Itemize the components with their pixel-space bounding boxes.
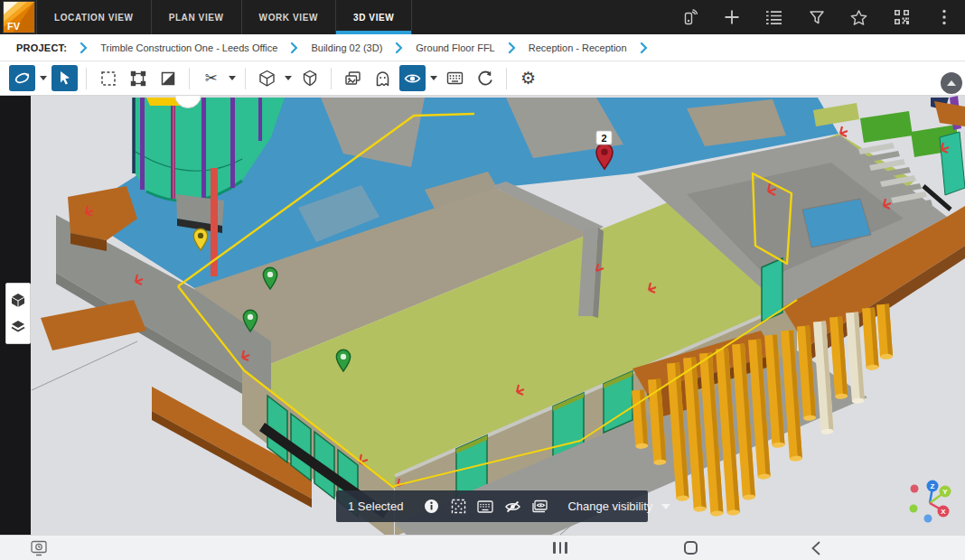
settings-gear-icon[interactable]: ⚙: [515, 65, 541, 91]
fv-logo-icon: FV: [0, 0, 36, 34]
tab-label: 3D VIEW: [353, 13, 394, 23]
axis-gizmo[interactable]: Z Y X: [910, 481, 951, 523]
orbit-dropdown-caret[interactable]: [37, 65, 50, 91]
view-tools-flyout: [5, 283, 31, 344]
app-logo[interactable]: FV: [0, 0, 36, 34]
refresh-icon[interactable]: [472, 65, 498, 91]
polygon-select-icon[interactable]: [125, 65, 151, 91]
building-model: 2 Z Y X: [32, 96, 965, 535]
svg-text:Z: Z: [931, 482, 935, 490]
system-nav-bar: [0, 535, 965, 560]
ghost-icon[interactable]: [370, 65, 396, 91]
model-scene[interactable]: 2 Z Y X: [0, 96, 965, 535]
scissors-icon[interactable]: ✂: [198, 65, 224, 91]
back-icon[interactable]: [811, 541, 820, 559]
cube-icon[interactable]: [254, 65, 280, 91]
axis-dot-negative-x: [911, 485, 919, 493]
change-visibility-label: Change visibility: [567, 499, 652, 513]
info-icon[interactable]: [417, 493, 445, 520]
chevron-down-icon: [661, 504, 670, 509]
toolbar-divider: [86, 68, 87, 89]
home-icon[interactable]: [684, 541, 698, 555]
collapse-toolbar-icon[interactable]: [941, 72, 962, 94]
chevron-right-icon: [640, 42, 648, 53]
cube-dropdown-caret[interactable]: [282, 65, 295, 91]
keypad-icon[interactable]: [442, 65, 468, 91]
qr-code-icon[interactable]: [893, 9, 910, 26]
hide-icon[interactable]: [499, 493, 526, 520]
favorite-icon[interactable]: [850, 9, 867, 26]
svg-text:Y: Y: [942, 488, 948, 496]
viewer-toolbar: ✂: [0, 61, 965, 96]
chevron-right-icon: [395, 42, 403, 53]
breadcrumb-item-project[interactable]: Trimble Construction One - Leeds Office: [100, 42, 277, 53]
scanner-icon[interactable]: [680, 9, 698, 26]
selection-toolbar: 1 Selected: [336, 490, 648, 522]
viewport-3d[interactable]: 2 Z Y X: [0, 96, 965, 535]
breadcrumb-item-building[interactable]: Building 02 (3D): [311, 42, 382, 53]
svg-text:2: 2: [601, 133, 606, 144]
toolbar-divider: [189, 68, 190, 89]
svg-text:FV: FV: [7, 21, 21, 32]
breadcrumb: PROJECT: Trimble Construction One - Leed…: [0, 34, 965, 61]
chevron-right-icon: [80, 42, 88, 53]
axis-dot-negative-y: [910, 505, 918, 513]
marquee-select-icon[interactable]: [95, 65, 121, 91]
tab-label: LOCATION VIEW: [54, 13, 134, 23]
toolbar-divider: [245, 68, 246, 89]
axis-dot-negative-z: [924, 515, 932, 523]
tab-work-view[interactable]: WORK VIEW: [242, 0, 336, 34]
more-icon[interactable]: [935, 9, 952, 26]
eye-icon[interactable]: [399, 65, 426, 91]
visibility-images-icon[interactable]: [526, 493, 553, 520]
tab-3d-view[interactable]: 3D VIEW: [336, 0, 412, 34]
chevron-right-icon: [290, 42, 298, 53]
select-cursor-icon[interactable]: [52, 65, 78, 91]
view-tabs: LOCATION VIEW PLAN VIEW WORK VIEW 3D VIE…: [36, 0, 412, 34]
tab-label: WORK VIEW: [259, 13, 318, 23]
breadcrumb-item-floor[interactable]: Ground Floor FFL: [416, 42, 494, 53]
change-visibility-dropdown[interactable]: Change visibility: [564, 499, 674, 513]
pinned-app-icon[interactable]: [29, 539, 49, 557]
svg-text:X: X: [941, 508, 946, 516]
filter-icon[interactable]: [808, 9, 825, 26]
toolbar-divider: [506, 68, 507, 89]
photo-stack-icon[interactable]: [340, 65, 366, 91]
tab-plan-view[interactable]: PLAN VIEW: [152, 0, 242, 34]
scissors-dropdown-caret[interactable]: [226, 65, 239, 91]
breadcrumb-item-room[interactable]: Reception - Reception: [529, 42, 627, 53]
layers-icon[interactable]: [8, 317, 28, 337]
orbit-icon[interactable]: [9, 65, 35, 91]
list-icon[interactable]: [765, 9, 782, 26]
isolate-icon[interactable]: [445, 493, 472, 520]
breadcrumb-project-label: PROJECT:: [16, 42, 67, 53]
eye-dropdown-caret[interactable]: [427, 65, 440, 91]
selection-count: 1 Selected: [348, 499, 403, 513]
clip-plane-icon[interactable]: [155, 65, 181, 91]
tab-label: PLAN VIEW: [169, 13, 224, 23]
add-icon[interactable]: [723, 9, 740, 26]
shield-cube-icon[interactable]: [296, 65, 323, 91]
keypad-icon[interactable]: [472, 493, 499, 520]
recents-icon[interactable]: [553, 542, 567, 554]
top-app-bar: FV LOCATION VIEW PLAN VIEW WORK VIEW 3D …: [0, 0, 965, 34]
chevron-right-icon: [508, 42, 516, 53]
orbit-cube-icon[interactable]: [8, 290, 28, 310]
pin-count-badge: 2: [596, 131, 612, 145]
tab-location-view[interactable]: LOCATION VIEW: [36, 0, 152, 34]
toolbar-divider: [331, 68, 332, 89]
top-actions: [680, 0, 965, 34]
app-screen: FV LOCATION VIEW PLAN VIEW WORK VIEW 3D …: [0, 0, 965, 560]
